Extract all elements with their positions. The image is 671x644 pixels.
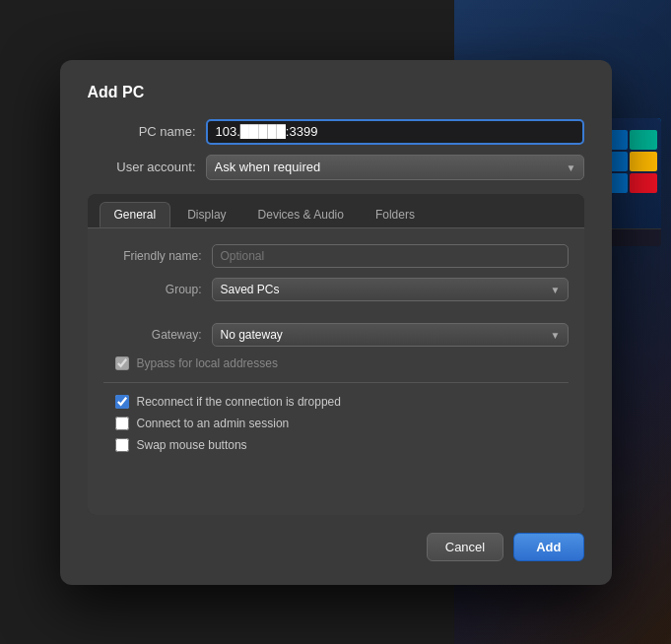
gateway-label: Gateway: xyxy=(103,328,202,342)
add-pc-dialog: Add PC PC name: User account: Ask when r… xyxy=(60,60,612,585)
admin-session-row: Connect to an admin session xyxy=(103,417,569,430)
separator xyxy=(103,382,569,383)
bypass-checkbox[interactable] xyxy=(115,356,129,370)
user-account-select-wrapper: Ask when required Add User Account... ▼ xyxy=(206,155,584,180)
swap-mouse-label: Swap mouse buttons xyxy=(137,438,247,452)
tab-general[interactable]: General xyxy=(100,202,171,227)
reconnect-row: Reconnect if the connection is dropped xyxy=(103,395,569,409)
dialog-title: Add PC xyxy=(88,84,584,101)
swap-mouse-checkbox[interactable] xyxy=(115,438,129,452)
gateway-select[interactable]: No gateway xyxy=(212,323,569,347)
friendly-name-label: Friendly name: xyxy=(103,249,202,263)
tab-panel: General Display Devices & Audio Folders … xyxy=(88,194,584,515)
reconnect-label: Reconnect if the connection is dropped xyxy=(137,395,341,409)
tab-general-content: Friendly name: Group: Saved PCs None ▼ G… xyxy=(88,227,584,515)
pc-name-row: PC name: xyxy=(88,119,584,145)
group-select-wrapper: Saved PCs None ▼ xyxy=(212,278,569,301)
user-account-select[interactable]: Ask when required Add User Account... xyxy=(206,155,584,180)
pc-name-input[interactable] xyxy=(206,119,584,145)
gateway-select-wrapper: No gateway ▼ xyxy=(212,323,569,347)
cancel-button[interactable]: Cancel xyxy=(427,533,503,561)
friendly-name-input[interactable] xyxy=(212,244,569,268)
bypass-row: Bypass for local addresses xyxy=(103,356,569,370)
user-account-row: User account: Ask when required Add User… xyxy=(88,155,584,180)
user-account-label: User account: xyxy=(88,160,196,174)
reconnect-checkbox[interactable] xyxy=(115,395,129,409)
pc-name-label: PC name: xyxy=(88,124,196,139)
dialog-footer: Cancel Add xyxy=(88,533,584,561)
tab-display[interactable]: Display xyxy=(172,202,240,226)
tab-folders[interactable]: Folders xyxy=(361,202,430,226)
friendly-name-row: Friendly name: xyxy=(103,244,569,268)
add-button[interactable]: Add xyxy=(513,533,583,561)
group-select[interactable]: Saved PCs None xyxy=(212,278,569,301)
gateway-row: Gateway: No gateway ▼ xyxy=(103,323,569,347)
swap-mouse-row: Swap mouse buttons xyxy=(103,438,569,452)
group-row: Group: Saved PCs None ▼ xyxy=(103,278,569,301)
tab-devices-audio[interactable]: Devices & Audio xyxy=(243,202,359,226)
admin-session-label: Connect to an admin session xyxy=(137,417,290,430)
tab-bar: General Display Devices & Audio Folders xyxy=(88,194,584,227)
admin-session-checkbox[interactable] xyxy=(115,417,129,430)
bypass-label: Bypass for local addresses xyxy=(137,356,278,370)
group-label: Group: xyxy=(103,283,202,296)
